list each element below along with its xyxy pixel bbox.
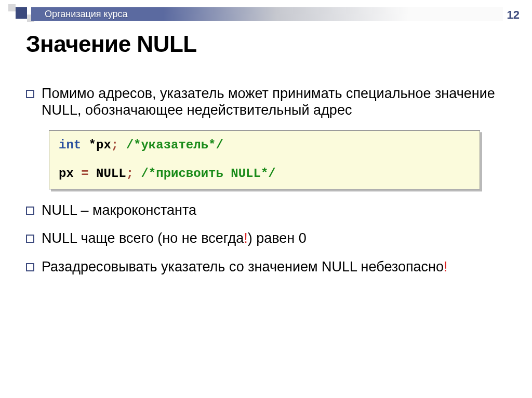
list-item: Разадресовывать указатель со значением N… [26, 258, 506, 275]
page-number: 12 [507, 8, 520, 22]
slide: Организация курса 12 Значение NULL Помим… [0, 0, 532, 398]
code-type: int [59, 138, 81, 152]
code-comment: /*присвоить NULL*/ [141, 167, 275, 181]
code-op: ; [126, 167, 134, 181]
code-space [134, 167, 141, 181]
code-block: int *px; /*указатель*/ px = NULL; /*прис… [49, 130, 480, 189]
list-item: Помимо адресов, указатель может принимат… [26, 85, 506, 119]
bullet-text: NULL – макроконстанта [42, 202, 196, 218]
code-line: int *px; /*указатель*/ [59, 138, 470, 152]
bullet-text: ) равен 0 [248, 230, 307, 246]
bullet-text: Разадресовывать указатель со значением N… [42, 259, 444, 275]
bullet-text: Помимо адресов, указатель может принимат… [42, 86, 495, 118]
page-title: Значение NULL [26, 31, 197, 57]
bullet-list: Помимо адресов, указатель может принимат… [26, 85, 506, 119]
list-item: NULL чаще всего (но не всегда!) равен 0 [26, 230, 506, 246]
bullet-text: NULL чаще всего (но не всегда [42, 230, 244, 246]
accent-exclamation: ! [244, 230, 248, 246]
code-op: = [81, 167, 96, 181]
code-line: px = NULL; /*присвоить NULL*/ [59, 167, 470, 181]
content: Помимо адресов, указатель может принимат… [26, 78, 506, 286]
code-op: ; [111, 138, 118, 152]
logo-icon [8, 4, 33, 21]
list-item: NULL – макроконстанта [26, 202, 506, 218]
code-null: NULL [96, 167, 126, 181]
header-bar: Организация курса 12 [0, 4, 532, 20]
breadcrumb: Организация курса [31, 7, 503, 21]
code-blank-line [59, 152, 470, 167]
code-ident: *px [81, 138, 111, 152]
breadcrumb-text: Организация курса [31, 9, 127, 20]
code-comment: /*указатель*/ [126, 138, 223, 152]
code-ident: px [59, 167, 81, 181]
bullet-list: NULL – макроконстанта NULL чаще всего (н… [26, 202, 506, 275]
accent-exclamation: ! [444, 259, 448, 275]
code-space [118, 138, 126, 152]
